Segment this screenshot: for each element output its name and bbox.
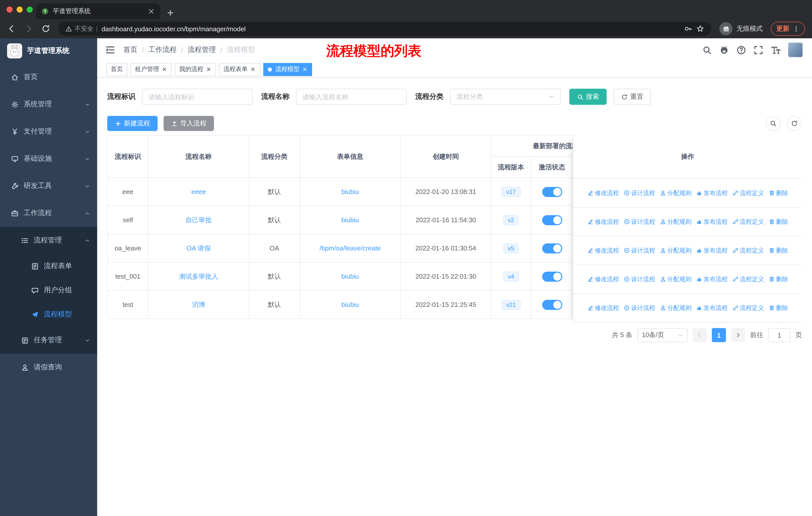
- font-size-icon[interactable]: [771, 45, 780, 55]
- filter-key-field[interactable]: [142, 89, 253, 105]
- fullscreen-icon[interactable]: [754, 45, 763, 55]
- assign-rule-link[interactable]: 分配规则: [660, 275, 691, 283]
- design-flow-link[interactable]: 设计流程: [624, 246, 655, 255]
- breadcrumb-item[interactable]: 首页: [123, 45, 138, 54]
- delete-link[interactable]: 删除: [768, 189, 788, 197]
- sidebar-item[interactable]: 研发工具: [0, 172, 97, 199]
- refresh-table-button[interactable]: [787, 116, 802, 131]
- page-number-1[interactable]: 1: [712, 328, 726, 342]
- header-search-icon[interactable]: [702, 45, 712, 55]
- goto-page-input[interactable]: [768, 328, 790, 342]
- toggle-search-button[interactable]: [766, 116, 781, 131]
- flow-definition-link[interactable]: 流程定义: [732, 304, 764, 312]
- key-icon[interactable]: [684, 25, 692, 33]
- publish-flow-link[interactable]: 发布流程: [696, 246, 728, 255]
- update-chrome-button[interactable]: 更新: [771, 22, 805, 36]
- status-toggle[interactable]: [542, 187, 562, 197]
- sidebar-item[interactable]: 系统管理: [0, 91, 97, 118]
- close-icon[interactable]: [302, 66, 308, 72]
- sidebar-item[interactable]: 基础设施: [0, 145, 97, 172]
- create-flow-button[interactable]: 新建流程: [107, 116, 157, 131]
- assign-rule-link[interactable]: 分配规则: [660, 189, 691, 197]
- design-flow-link[interactable]: 设计流程: [624, 304, 655, 312]
- tags-view-tab[interactable]: 我的流程: [175, 63, 216, 76]
- close-icon[interactable]: [206, 66, 211, 72]
- form-info-link[interactable]: biubiu: [341, 216, 359, 224]
- sidebar-item[interactable]: 请假查询: [0, 354, 97, 381]
- design-flow-link[interactable]: 设计流程: [624, 189, 655, 197]
- next-page-button[interactable]: [731, 328, 745, 342]
- prev-page-button[interactable]: [693, 328, 707, 342]
- more-menu-icon[interactable]: [793, 25, 800, 32]
- new-tab-button[interactable]: [163, 6, 177, 19]
- design-flow-link[interactable]: 设计流程: [624, 275, 655, 283]
- publish-flow-link[interactable]: 发布流程: [696, 217, 728, 226]
- delete-link[interactable]: 删除: [768, 304, 788, 312]
- flow-definition-link[interactable]: 流程定义: [732, 217, 764, 226]
- status-toggle[interactable]: [542, 300, 562, 310]
- form-info-link[interactable]: /bpm/oa/leave/create: [320, 244, 381, 252]
- publish-flow-link[interactable]: 发布流程: [696, 275, 728, 283]
- assign-rule-link[interactable]: 分配规则: [660, 217, 691, 226]
- breadcrumb-item[interactable]: 流程管理: [188, 45, 216, 54]
- zoom-window-button[interactable]: [27, 6, 33, 12]
- address-bar[interactable]: 不安全 | dashboard.yudao.iocoder.cn/bpm/man…: [58, 22, 711, 36]
- tags-view-tab[interactable]: 首页: [106, 63, 127, 76]
- flow-name-link[interactable]: 测试多审批人: [179, 272, 218, 280]
- flow-key-input[interactable]: [148, 93, 246, 101]
- design-flow-link[interactable]: 设计流程: [624, 217, 655, 226]
- sidebar-item[interactable]: 工作流程: [0, 199, 97, 227]
- tab-close-icon[interactable]: [147, 7, 155, 15]
- tags-view-tab[interactable]: 流程模型: [263, 63, 312, 76]
- sidebar-item[interactable]: 首页: [0, 63, 97, 91]
- browser-tab[interactable]: 芋道管理系统: [36, 3, 160, 19]
- form-info-link[interactable]: biubiu: [341, 273, 359, 280]
- status-toggle[interactable]: [542, 271, 562, 281]
- sidebar-item[interactable]: 任务管理: [0, 327, 97, 354]
- security-chip[interactable]: 不安全 |: [65, 24, 98, 33]
- close-icon[interactable]: [162, 66, 167, 72]
- flow-definition-link[interactable]: 流程定义: [732, 275, 764, 283]
- delete-link[interactable]: 删除: [768, 275, 788, 283]
- page-size-select[interactable]: 10条/页: [637, 328, 688, 342]
- flow-definition-link[interactable]: 流程定义: [732, 189, 764, 197]
- search-button[interactable]: 搜索: [569, 89, 607, 105]
- flow-definition-link[interactable]: 流程定义: [732, 246, 764, 255]
- sidebar-fold-icon[interactable]: [105, 45, 115, 55]
- minimize-window-button[interactable]: [17, 6, 23, 12]
- tags-view-tab[interactable]: 流程表单: [219, 63, 260, 76]
- flow-name-link[interactable]: OA 请假: [186, 244, 210, 252]
- assign-rule-link[interactable]: 分配规则: [660, 304, 691, 312]
- sidebar-item[interactable]: 流程模型: [0, 302, 97, 327]
- form-info-link[interactable]: biubiu: [341, 188, 359, 195]
- github-icon[interactable]: [719, 45, 729, 55]
- form-info-link[interactable]: biubiu: [341, 301, 359, 308]
- delete-link[interactable]: 删除: [768, 246, 788, 255]
- modify-flow-link[interactable]: 修改流程: [587, 189, 619, 197]
- help-icon[interactable]: [736, 45, 746, 55]
- modify-flow-link[interactable]: 修改流程: [587, 217, 619, 226]
- assign-rule-link[interactable]: 分配规则: [660, 246, 691, 255]
- flow-name-link[interactable]: eeee: [191, 188, 206, 195]
- back-icon[interactable]: [7, 24, 16, 33]
- flow-name-link[interactable]: 滔博: [192, 301, 205, 308]
- flow-name-link[interactable]: 自己审批: [185, 216, 212, 223]
- modify-flow-link[interactable]: 修改流程: [587, 246, 619, 255]
- user-avatar[interactable]: [788, 42, 803, 57]
- forward-icon[interactable]: [24, 24, 33, 33]
- close-window-button[interactable]: [6, 6, 12, 12]
- breadcrumb-item[interactable]: 工作流程: [148, 45, 177, 54]
- status-toggle[interactable]: [542, 243, 562, 253]
- delete-link[interactable]: 删除: [768, 217, 788, 226]
- tags-view-tab[interactable]: 租户管理: [130, 63, 172, 76]
- sidebar-item[interactable]: 流程管理: [0, 227, 97, 254]
- modify-flow-link[interactable]: 修改流程: [587, 275, 619, 283]
- reset-button[interactable]: 重置: [614, 89, 651, 105]
- bookmark-star-icon[interactable]: [696, 25, 704, 33]
- modify-flow-link[interactable]: 修改流程: [587, 304, 619, 312]
- flow-name-input[interactable]: [302, 93, 400, 101]
- sidebar-item[interactable]: 流程表单: [0, 254, 97, 278]
- close-icon[interactable]: [250, 66, 256, 72]
- publish-flow-link[interactable]: 发布流程: [696, 189, 728, 197]
- sidebar-item[interactable]: 用户分组: [0, 278, 97, 302]
